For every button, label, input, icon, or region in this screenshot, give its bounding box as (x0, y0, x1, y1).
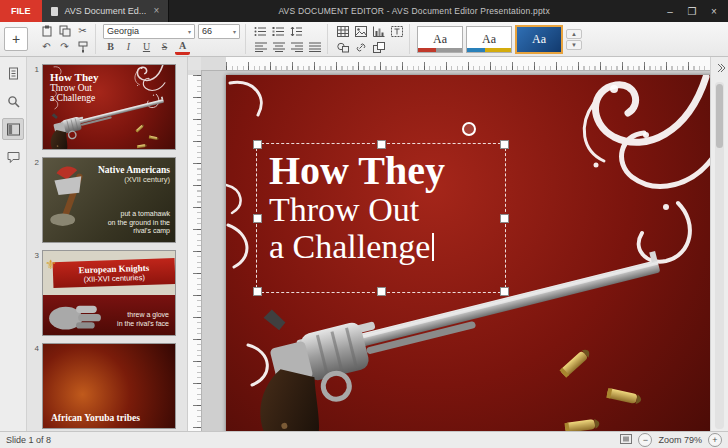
cut-icon[interactable]: ✂ (75, 25, 90, 38)
font-size-select[interactable]: 66 ▾ (198, 24, 240, 39)
theme-thumbnail-2[interactable]: Aa (466, 26, 512, 53)
toolbar: + ✂ ↶ ↷ Georgia (0, 22, 728, 57)
font-color-button[interactable]: A (175, 39, 190, 55)
insert-hyperlink-icon[interactable] (353, 41, 368, 54)
insert-textbox-icon[interactable] (389, 25, 404, 38)
slide-thumbnail-row: 3 European Knights (XII-XVI centuries) ⚜… (29, 250, 183, 336)
resize-handle-top-middle[interactable] (377, 140, 386, 149)
editor-canvas[interactable]: How They Throw Out a Challenge (188, 57, 710, 431)
slide-2-thumb-body: put a tomahawk on the ground in the riva… (108, 210, 170, 236)
line-spacing-icon[interactable] (289, 25, 304, 38)
slide-3-thumbnail[interactable]: European Knights (XII-XVI centuries) ⚜ t… (42, 250, 176, 336)
vertical-ruler (188, 70, 202, 431)
resize-handle-bottom-left[interactable] (253, 287, 262, 296)
zoom-in-button[interactable]: + (708, 433, 722, 447)
horizontal-ruler-ticks (226, 57, 710, 70)
collapse-panel-icon[interactable] (713, 61, 727, 75)
scrollbar-thumb[interactable] (716, 84, 723, 148)
resize-handle-top-left[interactable] (253, 140, 262, 149)
slide-3-thumb-body: threw a glove in the rival's face (117, 310, 169, 328)
add-slide-button[interactable]: + (4, 27, 28, 51)
window-controls: – ❐ × (659, 0, 728, 22)
document-tab-label: AVS Document Ed... (65, 6, 147, 16)
insert-image-icon[interactable] (353, 25, 368, 38)
underline-button[interactable]: U (139, 41, 154, 54)
rotate-handle[interactable] (462, 122, 476, 136)
title-line-1: How They (269, 150, 505, 192)
tomahawk-graphic (46, 166, 98, 228)
pages-panel-icon[interactable] (3, 64, 23, 84)
document-tab[interactable]: AVS Document Ed... × (42, 0, 170, 22)
strikethrough-button[interactable]: S (157, 41, 172, 54)
search-icon[interactable] (3, 91, 23, 111)
insert-group (330, 24, 410, 54)
tab-close-icon[interactable]: × (153, 6, 159, 16)
italic-button[interactable]: I (121, 41, 136, 54)
redo-icon[interactable]: ↷ (57, 41, 72, 54)
resize-handle-bottom-middle[interactable] (377, 287, 386, 296)
slide-thumbnail-row: 2 Native Americans (XVII century) put a … (29, 157, 183, 243)
slide-3-banner: European Knights (XII-XVI centuries) (53, 258, 176, 288)
vertical-scrollbar[interactable] (715, 82, 724, 429)
comments-icon[interactable] (3, 147, 23, 167)
title-text[interactable]: How They Throw Out a Challenge (257, 144, 505, 265)
close-button[interactable]: × (703, 2, 725, 20)
resize-handle-top-right[interactable] (500, 140, 509, 149)
title-line-2: Throw Out (269, 192, 505, 229)
slide-4-thumbnail[interactable]: African Yoruba tribes (42, 343, 176, 429)
resize-handle-bottom-right[interactable] (500, 287, 509, 296)
maximize-button[interactable]: ❐ (681, 2, 703, 20)
insert-chart-icon[interactable] (371, 25, 386, 38)
copy-icon[interactable] (57, 25, 72, 38)
fit-page-icon[interactable] (620, 434, 632, 446)
minimize-button[interactable]: – (659, 2, 681, 20)
slide-number: 4 (29, 343, 39, 429)
align-center-icon[interactable] (271, 41, 286, 54)
chevron-down-icon: ▾ (188, 28, 191, 35)
selected-text-box[interactable]: How They Throw Out a Challenge (256, 143, 506, 293)
app-window: FILE AVS Document Ed... × AVS DOCUMENT E… (0, 0, 728, 448)
left-icon-strip (0, 57, 27, 431)
arrange-objects-icon[interactable] (371, 41, 386, 54)
align-justify-icon[interactable] (307, 41, 322, 54)
horizontal-ruler (201, 57, 710, 71)
slide-2-thumb-title: Native Americans (XVII century) (98, 165, 170, 184)
slide-number: 2 (29, 157, 39, 243)
bullet-list-icon[interactable] (253, 25, 268, 38)
align-left-icon[interactable] (253, 41, 268, 54)
chevron-down-icon: ▾ (233, 28, 236, 35)
ruler-corner (188, 57, 202, 71)
insert-table-icon[interactable] (335, 25, 350, 38)
bold-button[interactable]: B (103, 41, 118, 54)
align-right-icon[interactable] (289, 41, 304, 54)
theme-thumbnail-3-selected[interactable]: Aa (515, 25, 563, 54)
font-family-value: Georgia (107, 26, 139, 36)
zoom-out-button[interactable]: − (638, 433, 652, 447)
slide-1-thumbnail[interactable]: How They Throw Out a Challenge (42, 64, 176, 150)
gallery-scroll-down-icon[interactable]: ▼ (566, 40, 582, 50)
theme-thumbnail-1[interactable]: Aa (417, 26, 463, 53)
font-group: Georgia ▾ 66 ▾ B I U S A (98, 24, 246, 54)
resize-handle-middle-left[interactable] (253, 214, 262, 223)
insert-shape-icon[interactable] (335, 41, 350, 54)
titlebar: FILE AVS Document Ed... × AVS DOCUMENT E… (0, 0, 728, 22)
numbered-list-icon[interactable] (271, 25, 286, 38)
status-bar: Slide 1 of 8 − Zoom 79% + (0, 431, 728, 448)
format-painter-icon[interactable] (75, 41, 90, 54)
slides-panel: 1 How They Throw Out a Challenge 2 (27, 57, 188, 431)
undo-icon[interactable]: ↶ (39, 41, 54, 54)
file-menu-button[interactable]: FILE (0, 0, 42, 22)
slide-counter: Slide 1 of 8 (6, 435, 620, 445)
slides-panel-toggle-icon[interactable] (2, 118, 24, 140)
gallery-scroll-up-icon[interactable]: ▲ (566, 29, 582, 39)
theme-label: Aa (433, 32, 447, 47)
slide-2-thumbnail[interactable]: Native Americans (XVII century) put a to… (42, 157, 176, 243)
slide-editing-surface[interactable]: How They Throw Out a Challenge (226, 75, 710, 431)
zoom-level-label: Zoom 79% (658, 435, 702, 445)
theme-gallery-scroll: ▲ ▼ (566, 29, 584, 50)
font-family-select[interactable]: Georgia ▾ (103, 24, 195, 39)
resize-handle-middle-right[interactable] (500, 214, 509, 223)
paste-icon[interactable] (39, 25, 54, 38)
zoom-controls: − Zoom 79% + (620, 433, 722, 447)
vertical-ruler-ticks (188, 75, 201, 431)
